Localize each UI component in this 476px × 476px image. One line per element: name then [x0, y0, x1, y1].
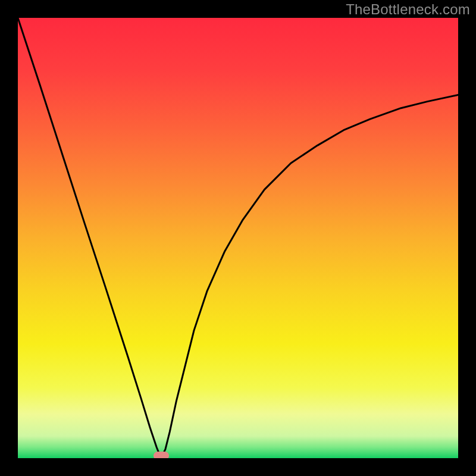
bottleneck-curve — [18, 18, 458, 458]
chart-frame: TheBottleneck.com — [0, 0, 476, 476]
optimal-point-marker — [154, 452, 169, 458]
watermark-text: TheBottleneck.com — [346, 1, 470, 18]
plot-area — [18, 18, 458, 458]
